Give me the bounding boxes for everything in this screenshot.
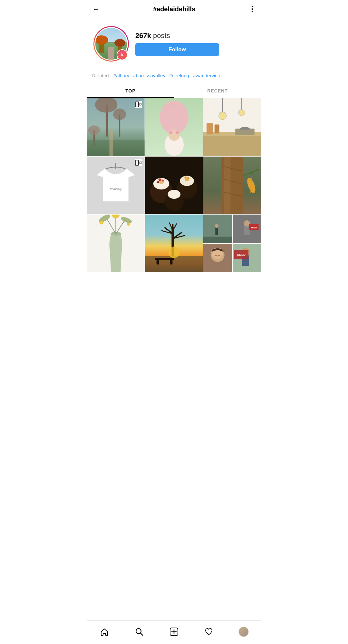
page-title: #adelaidehills — [153, 5, 195, 13]
related-label: Related: — [92, 73, 110, 78]
grid-item-3[interactable] — [203, 98, 261, 156]
svg-point-16 — [169, 131, 172, 134]
related-tag-wandervicto[interactable]: #wandervicto — [193, 73, 221, 78]
svg-point-47 — [157, 181, 159, 183]
photo-9d: SOLD — [233, 244, 261, 272]
photo-grid: PrimOnly — [87, 98, 261, 272]
related-tag-geelong[interactable]: #geelong — [169, 73, 189, 78]
photo-9c — [203, 244, 232, 272]
profile-info: 267k posts Follow — [135, 32, 255, 56]
avatar-wrap: # — [93, 26, 129, 62]
multi-post-icon-4 — [135, 159, 142, 166]
related-tag-albury[interactable]: #albury — [113, 73, 129, 78]
related-section: Related: #albury #barossavalley #geelong… — [87, 68, 261, 83]
header: ← #adelaidehills ⋮ — [87, 0, 261, 18]
photo-9b: SOLD — [233, 215, 261, 243]
profile-section: # 267k posts Follow — [87, 18, 261, 68]
svg-point-48 — [184, 176, 186, 178]
related-tags: #albury #barossavalley #geelong #wanderv… — [113, 73, 221, 78]
svg-point-17 — [172, 130, 176, 133]
posts-count-number: 267k — [135, 32, 151, 40]
svg-point-6 — [88, 125, 100, 135]
svg-text:PrimOnly: PrimOnly — [110, 187, 122, 191]
avatar-tree-left — [99, 42, 104, 53]
svg-point-66 — [100, 221, 103, 225]
svg-point-27 — [240, 127, 250, 130]
related-tag-barossavalley[interactable]: #barossavalley — [133, 73, 165, 78]
more-options-button[interactable]: ⋮ — [248, 5, 256, 13]
multi-post-icon-1 — [135, 101, 142, 108]
posts-count-label: posts — [153, 32, 170, 40]
tab-top[interactable]: TOP — [87, 83, 174, 98]
svg-text:SOLD: SOLD — [237, 253, 246, 256]
svg-rect-28 — [207, 123, 213, 134]
svg-point-25 — [239, 110, 245, 116]
photo-5-image — [145, 157, 203, 214]
follow-button[interactable]: Follow — [135, 43, 219, 56]
svg-point-45 — [158, 178, 161, 181]
grid-item-5[interactable] — [145, 157, 203, 214]
tabs: TOP RECENT — [87, 83, 261, 98]
svg-rect-52 — [224, 157, 231, 214]
svg-point-46 — [162, 179, 164, 181]
svg-rect-7 — [87, 140, 145, 156]
layers-icon-2 — [139, 160, 142, 165]
svg-rect-83 — [216, 227, 218, 235]
svg-rect-78 — [155, 258, 174, 260]
svg-point-84 — [215, 224, 219, 228]
photo-3-image — [203, 98, 261, 156]
photo-8-image — [145, 215, 203, 272]
grid-item-7[interactable] — [87, 215, 145, 272]
svg-rect-20 — [203, 133, 261, 156]
grid-item-6[interactable] — [203, 157, 261, 214]
grid-item-9[interactable]: SOLD SOLD — [203, 215, 261, 272]
grid-item-1[interactable] — [87, 98, 145, 156]
svg-rect-8 — [109, 130, 113, 156]
svg-rect-29 — [215, 124, 219, 133]
svg-point-67 — [127, 223, 130, 226]
svg-point-49 — [188, 177, 189, 179]
avatar-path — [108, 47, 114, 60]
photo-9-collage: SOLD SOLD — [203, 215, 261, 272]
svg-rect-79 — [156, 260, 159, 264]
grid-item-4[interactable]: PrimOnly — [87, 157, 145, 214]
grid-item-2[interactable] — [145, 98, 203, 156]
back-button[interactable]: ← — [92, 5, 100, 14]
posts-count: 267k posts — [135, 32, 170, 40]
svg-point-44 — [168, 190, 180, 199]
svg-rect-85 — [203, 237, 232, 243]
nav-spacer — [87, 272, 261, 298]
photo-2-image — [145, 98, 203, 156]
svg-text:SOLD: SOLD — [251, 227, 257, 229]
layers-icon — [139, 102, 142, 107]
photo-7-image — [87, 215, 145, 272]
svg-point-23 — [219, 112, 227, 120]
svg-rect-80 — [170, 260, 172, 264]
hashtag-badge: # — [117, 49, 128, 60]
photo-9a — [203, 215, 232, 243]
grid-item-8[interactable] — [145, 215, 203, 272]
photo-6-image — [203, 157, 261, 214]
svg-point-12 — [160, 101, 188, 134]
tab-recent[interactable]: RECENT — [174, 83, 261, 98]
svg-point-4 — [113, 109, 126, 120]
svg-point-81 — [168, 247, 180, 258]
svg-point-18 — [176, 131, 179, 134]
